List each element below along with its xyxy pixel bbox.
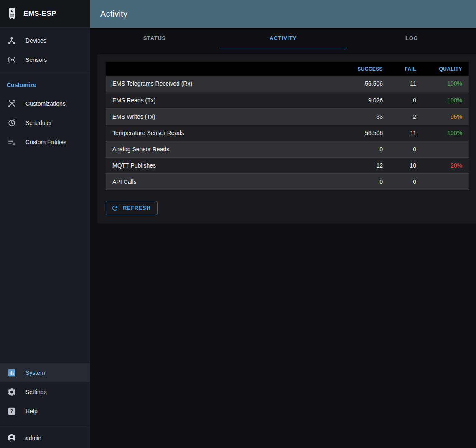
gear-icon <box>7 387 17 397</box>
row-quality <box>423 141 469 157</box>
sidebar: EMS-ESP Devices <box>0 0 90 448</box>
row-success: 9.026 <box>339 92 389 108</box>
header-fail: FAIL <box>389 62 423 76</box>
row-fail: 2 <box>389 108 423 125</box>
table-row: EMS Telegrams Received (Rx) 56.506 11 10… <box>106 76 469 92</box>
row-fail: 10 <box>389 157 423 173</box>
sidebar-item-admin[interactable]: admin <box>0 428 90 448</box>
sidebar-item-label: System <box>25 369 45 376</box>
sidebar-user-label: admin <box>25 435 41 441</box>
header-blank <box>106 62 339 76</box>
page-title: Activity <box>100 9 127 19</box>
refresh-button-label: REFRESH <box>123 205 150 211</box>
sidebar-section-customize: Customize <box>0 76 90 94</box>
sidebar-item-label: Devices <box>25 37 46 44</box>
ems-esp-logo-icon <box>6 7 18 21</box>
table-row: MQTT Publishes 12 10 20% <box>106 157 469 173</box>
clock-icon <box>7 118 17 128</box>
row-fail: 11 <box>389 76 423 92</box>
tab-status[interactable]: STATUS <box>90 28 219 48</box>
tab-activity[interactable]: ACTIVITY <box>219 28 348 48</box>
row-success: 56.506 <box>339 76 389 92</box>
header-success: SUCCESS <box>339 62 389 76</box>
sidebar-spacer <box>0 152 90 363</box>
row-fail: 0 <box>389 173 423 190</box>
row-label: MQTT Publishes <box>106 157 339 173</box>
row-fail: 0 <box>389 92 423 108</box>
row-success: 12 <box>339 157 389 173</box>
sidebar-item-help[interactable]: ? Help <box>0 402 90 421</box>
row-label: EMS Telegrams Received (Rx) <box>106 76 339 92</box>
row-quality: 20% <box>423 157 469 173</box>
tab-bar: STATUS ACTIVITY LOG <box>90 28 476 48</box>
row-label: Analog Sensor Reads <box>106 141 339 157</box>
table-row: API Calls 0 0 <box>106 173 469 190</box>
sidebar-item-devices[interactable]: Devices <box>0 31 90 50</box>
sidebar-header: EMS-ESP <box>0 0 90 28</box>
sidebar-item-scheduler[interactable]: Scheduler <box>0 113 90 132</box>
sidebar-item-sensors[interactable]: Sensors <box>0 50 90 69</box>
row-quality: 100% <box>423 76 469 92</box>
sensors-icon <box>7 55 17 65</box>
table-row: EMS Reads (Tx) 9.026 0 100% <box>106 92 469 108</box>
app-root: EMS-ESP Devices <box>0 0 476 448</box>
brand-title: EMS-ESP <box>23 10 56 18</box>
row-quality: 95% <box>423 108 469 125</box>
sidebar-item-system[interactable]: System <box>0 363 90 382</box>
row-success: 33 <box>339 108 389 125</box>
header-quality: QUALITY <box>423 62 469 76</box>
sidebar-item-label: Custom Entities <box>25 139 66 145</box>
row-success: 0 <box>339 141 389 157</box>
bar-chart-icon <box>7 368 17 378</box>
row-quality: 100% <box>423 125 469 141</box>
row-label: Temperature Sensor Reads <box>106 125 339 141</box>
sidebar-item-label: Sensors <box>25 56 47 63</box>
device-hub-icon <box>7 36 17 46</box>
sidebar-item-label: Customizations <box>25 100 66 107</box>
row-success: 56.506 <box>339 125 389 141</box>
table-row: Analog Sensor Reads 0 0 <box>106 141 469 157</box>
row-label: API Calls <box>106 173 339 190</box>
sidebar-item-label: Scheduler <box>25 120 52 126</box>
refresh-button[interactable]: REFRESH <box>106 201 158 215</box>
tab-log[interactable]: LOG <box>347 28 476 48</box>
sidebar-divider <box>0 73 90 73</box>
row-fail: 0 <box>389 141 423 157</box>
row-quality <box>423 173 469 190</box>
row-quality: 100% <box>423 92 469 108</box>
row-label: EMS Writes (Tx) <box>106 108 339 125</box>
activity-card: SUCCESS FAIL QUALITY EMS Telegrams Recei… <box>97 54 476 224</box>
row-fail: 11 <box>389 125 423 141</box>
refresh-icon <box>111 204 119 212</box>
appbar: Activity <box>90 0 476 28</box>
sidebar-item-label: Settings <box>25 389 47 395</box>
sidebar-item-customizations[interactable]: Customizations <box>0 94 90 113</box>
help-icon: ? <box>7 406 17 416</box>
playlist-add-icon <box>7 137 17 147</box>
account-icon <box>7 433 17 443</box>
row-success: 0 <box>339 173 389 190</box>
table-row: Temperature Sensor Reads 56.506 11 100% <box>106 125 469 141</box>
sidebar-item-settings[interactable]: Settings <box>0 382 90 402</box>
sidebar-item-custom-entities[interactable]: Custom Entities <box>0 132 90 152</box>
sidebar-item-label: Help <box>25 408 38 415</box>
table-row: EMS Writes (Tx) 33 2 95% <box>106 108 469 125</box>
table-header-row: SUCCESS FAIL QUALITY <box>106 62 469 76</box>
tools-icon <box>7 99 17 109</box>
sidebar-nav: Devices Sensors Customize <box>0 28 90 448</box>
main-area: Activity STATUS ACTIVITY LOG SUCCESS <box>90 0 476 448</box>
svg-text:?: ? <box>10 408 13 414</box>
row-label: EMS Reads (Tx) <box>106 92 339 108</box>
activity-table: SUCCESS FAIL QUALITY EMS Telegrams Recei… <box>106 62 469 190</box>
